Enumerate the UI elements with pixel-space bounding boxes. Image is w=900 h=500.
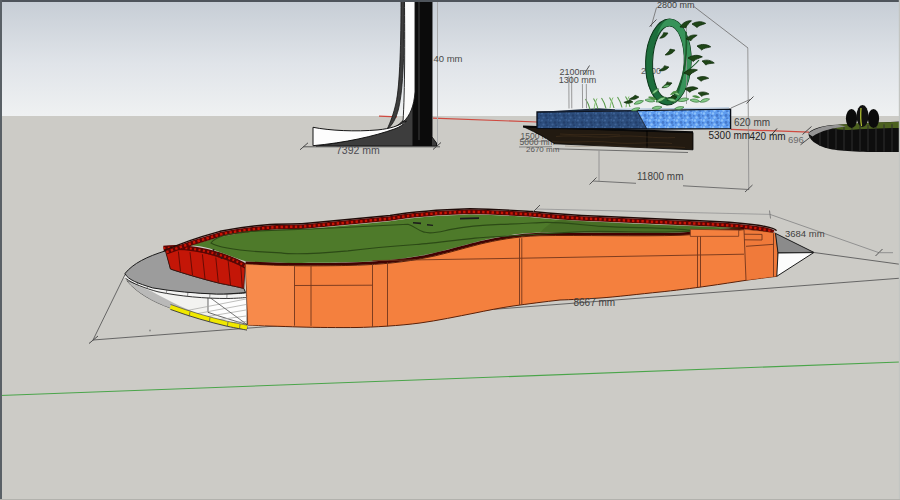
- svg-text:696: 696: [788, 134, 804, 145]
- svg-text:1300 mm: 1300 mm: [559, 75, 597, 85]
- svg-text:420 mm: 420 mm: [750, 131, 786, 142]
- svg-text:5300 mm: 5300 mm: [709, 130, 751, 141]
- svg-text:620 mm: 620 mm: [734, 117, 770, 128]
- svg-text:40 mm: 40 mm: [434, 53, 463, 64]
- svg-text:8667 mm: 8667 mm: [574, 297, 616, 308]
- svg-text:2670 mm: 2670 mm: [526, 145, 560, 154]
- svg-text:3684 mm: 3684 mm: [785, 228, 825, 239]
- svg-text:7392 mm: 7392 mm: [336, 144, 380, 156]
- svg-text:11800 mm: 11800 mm: [637, 171, 684, 182]
